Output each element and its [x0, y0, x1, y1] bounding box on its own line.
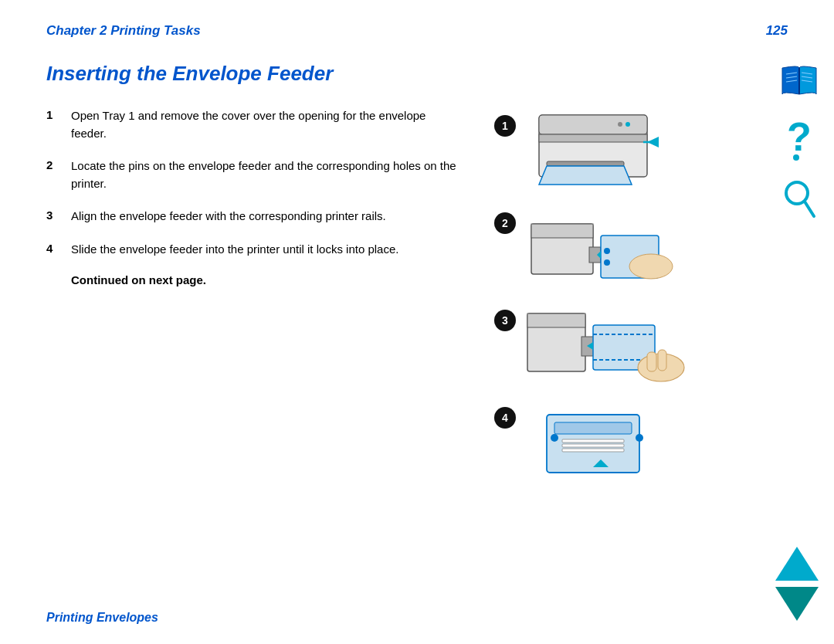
step-1-number: 1	[46, 107, 62, 121]
svg-rect-18	[527, 314, 585, 327]
chapter-label: Chapter 2 Printing Tasks	[46, 23, 201, 39]
svg-rect-28	[554, 422, 632, 434]
page-header: Chapter 2 Printing Tasks 125	[46, 23, 788, 46]
page-container: Chapter 2 Printing Tasks 125 Inserting t…	[0, 0, 834, 644]
svg-point-8	[618, 122, 622, 127]
svg-point-16	[629, 254, 673, 279]
diagram-circle-1: 1	[494, 115, 516, 137]
footer: Printing Envelopes	[46, 611, 158, 625]
diagram-circle-3: 3	[494, 310, 516, 331]
svg-rect-3	[547, 161, 624, 166]
step-1-text: Open Tray 1 and remove the cover over th…	[71, 107, 463, 142]
prev-page-button[interactable]	[775, 547, 819, 581]
svg-rect-29	[562, 439, 624, 442]
svg-point-32	[551, 434, 558, 442]
svg-text:?: ?	[787, 116, 812, 159]
diagram-step-1: 1	[494, 107, 693, 192]
svg-marker-4	[539, 166, 632, 185]
search-icon[interactable]	[781, 178, 817, 222]
diagram-circle-4: 4	[494, 407, 516, 429]
diagram-step-3: 3	[494, 302, 693, 387]
diagram-circle-2: 2	[494, 212, 516, 234]
svg-rect-1	[539, 115, 647, 134]
step-2: 2 Locate the pins on the envelope feeder…	[46, 158, 463, 192]
diagram-column: 1	[479, 107, 788, 489]
step-2-text: Locate the pins on the envelope feeder a…	[71, 158, 463, 192]
illustration-1	[524, 107, 693, 192]
question-icon[interactable]: ?	[781, 116, 818, 164]
step-4-number: 4	[46, 241, 62, 255]
nav-arrows	[775, 547, 819, 621]
svg-rect-25	[658, 350, 666, 371]
step-3-text: Align the envelope feeder with the corre…	[71, 208, 386, 225]
illustration-4	[524, 399, 693, 484]
svg-rect-24	[647, 352, 656, 371]
svg-rect-31	[562, 449, 624, 452]
svg-point-33	[636, 434, 643, 442]
svg-rect-30	[562, 444, 624, 447]
footer-label: Printing Envelopes	[46, 611, 158, 624]
step-3: 3 Align the envelope feeder with the cor…	[46, 208, 463, 225]
page-number: 125	[766, 23, 788, 39]
text-column: 1 Open Tray 1 and remove the cover over …	[46, 107, 479, 489]
svg-point-7	[626, 122, 630, 127]
book-icon[interactable]	[778, 62, 820, 102]
step-3-number: 3	[46, 208, 62, 222]
step-4-text: Slide the envelope feeder into the print…	[71, 241, 398, 259]
svg-rect-2	[539, 134, 647, 142]
svg-point-13	[604, 248, 610, 254]
step-2-number: 2	[46, 158, 62, 171]
main-content: 1 Open Tray 1 and remove the cover over …	[46, 107, 788, 489]
illustration-2	[524, 205, 693, 290]
svg-point-14	[604, 259, 610, 266]
svg-point-43	[793, 154, 799, 161]
continued-text: Continued on next page.	[71, 273, 463, 286]
sidebar-icons: ?	[778, 62, 820, 222]
step-1: 1 Open Tray 1 and remove the cover over …	[46, 107, 463, 142]
diagram-step-2: 2	[494, 205, 693, 290]
page-title: Inserting the Envelope Feeder	[46, 62, 788, 86]
step-4: 4 Slide the envelope feeder into the pri…	[46, 241, 463, 259]
svg-rect-10	[531, 224, 593, 238]
diagram-step-4: 4	[494, 399, 693, 484]
svg-line-45	[805, 202, 814, 216]
next-page-button[interactable]	[775, 587, 819, 621]
illustration-3	[524, 302, 693, 387]
